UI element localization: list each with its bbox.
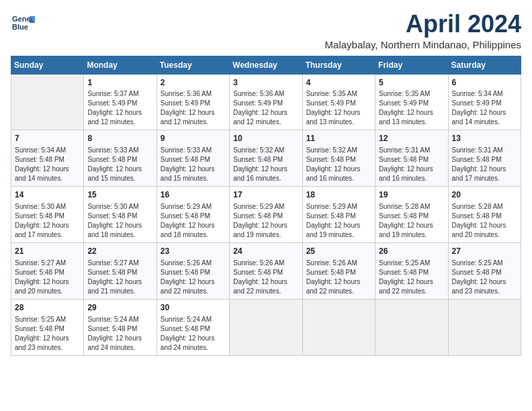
calendar-cell: [375, 299, 448, 355]
calendar-cell: 10Sunrise: 5:32 AMSunset: 5:48 PMDayligh…: [230, 130, 302, 187]
calendar-cell: 19Sunrise: 5:28 AMSunset: 5:48 PMDayligh…: [375, 187, 448, 243]
day-info: Sunrise: 5:36 AMSunset: 5:49 PMDaylight:…: [233, 89, 298, 127]
calendar-cell: 9Sunrise: 5:33 AMSunset: 5:48 PMDaylight…: [157, 130, 229, 187]
day-number: 14: [15, 189, 80, 201]
calendar-week-row: 28Sunrise: 5:25 AMSunset: 5:48 PMDayligh…: [11, 299, 521, 355]
day-info: Sunrise: 5:36 AMSunset: 5:49 PMDaylight:…: [161, 89, 226, 127]
day-info: Sunrise: 5:24 AMSunset: 5:48 PMDaylight:…: [87, 315, 152, 353]
day-number: 24: [233, 246, 298, 257]
day-number: 27: [452, 246, 517, 257]
day-number: 3: [233, 77, 298, 89]
logo: General Blue: [11, 11, 35, 35]
calendar-cell: 3Sunrise: 5:36 AMSunset: 5:49 PMDaylight…: [230, 74, 302, 130]
calendar-cell: 13Sunrise: 5:31 AMSunset: 5:48 PMDayligh…: [448, 130, 521, 187]
calendar-cell: 16Sunrise: 5:29 AMSunset: 5:48 PMDayligh…: [157, 187, 229, 243]
calendar-cell: 4Sunrise: 5:35 AMSunset: 5:49 PMDaylight…: [302, 74, 375, 130]
day-info: Sunrise: 5:25 AMSunset: 5:48 PMDaylight:…: [379, 259, 444, 296]
calendar-week-row: 14Sunrise: 5:30 AMSunset: 5:48 PMDayligh…: [11, 187, 521, 243]
day-number: 10: [233, 133, 298, 144]
calendar-cell: 7Sunrise: 5:34 AMSunset: 5:48 PMDaylight…: [11, 130, 84, 187]
day-number: 5: [379, 77, 444, 89]
calendar-cell: 17Sunrise: 5:29 AMSunset: 5:48 PMDayligh…: [230, 187, 302, 243]
day-number: 29: [87, 302, 152, 314]
weekday-header: Tuesday: [157, 56, 229, 74]
calendar-cell: 22Sunrise: 5:27 AMSunset: 5:48 PMDayligh…: [84, 242, 157, 299]
calendar-cell: 6Sunrise: 5:34 AMSunset: 5:49 PMDaylight…: [448, 74, 521, 130]
day-number: 9: [161, 133, 226, 144]
day-info: Sunrise: 5:34 AMSunset: 5:48 PMDaylight:…: [15, 146, 80, 183]
calendar-cell: 29Sunrise: 5:24 AMSunset: 5:48 PMDayligh…: [84, 299, 157, 355]
weekday-header: Friday: [375, 56, 448, 74]
day-number: 6: [452, 77, 517, 89]
logo-icon: General Blue: [11, 11, 35, 35]
calendar-cell: [11, 74, 84, 130]
day-info: Sunrise: 5:34 AMSunset: 5:49 PMDaylight:…: [452, 89, 517, 127]
day-info: Sunrise: 5:28 AMSunset: 5:48 PMDaylight:…: [452, 202, 517, 240]
day-info: Sunrise: 5:29 AMSunset: 5:48 PMDaylight:…: [306, 202, 371, 240]
day-number: 17: [233, 189, 298, 201]
day-number: 15: [87, 189, 152, 201]
weekday-header-row: SundayMondayTuesdayWednesdayThursdayFrid…: [11, 56, 521, 74]
calendar-cell: 30Sunrise: 5:24 AMSunset: 5:48 PMDayligh…: [157, 299, 229, 355]
day-info: Sunrise: 5:33 AMSunset: 5:48 PMDaylight:…: [87, 146, 152, 183]
calendar-cell: [230, 299, 302, 355]
day-number: 30: [161, 302, 226, 314]
day-info: Sunrise: 5:31 AMSunset: 5:48 PMDaylight:…: [379, 146, 444, 183]
day-number: 21: [15, 246, 80, 257]
day-info: Sunrise: 5:26 AMSunset: 5:48 PMDaylight:…: [233, 259, 298, 296]
weekday-header: Wednesday: [230, 56, 302, 74]
day-info: Sunrise: 5:24 AMSunset: 5:48 PMDaylight:…: [161, 315, 226, 353]
calendar-cell: [448, 299, 521, 355]
day-info: Sunrise: 5:28 AMSunset: 5:48 PMDaylight:…: [379, 202, 444, 240]
day-number: 1: [87, 77, 152, 89]
day-info: Sunrise: 5:32 AMSunset: 5:48 PMDaylight:…: [233, 146, 298, 183]
day-number: 7: [15, 133, 80, 144]
day-number: 13: [452, 133, 517, 144]
calendar-cell: [302, 299, 375, 355]
day-info: Sunrise: 5:31 AMSunset: 5:48 PMDaylight:…: [452, 146, 517, 183]
day-number: 25: [306, 246, 371, 257]
calendar-cell: 26Sunrise: 5:25 AMSunset: 5:48 PMDayligh…: [375, 242, 448, 299]
day-info: Sunrise: 5:33 AMSunset: 5:48 PMDaylight:…: [161, 146, 226, 183]
day-number: 22: [87, 246, 152, 257]
day-info: Sunrise: 5:35 AMSunset: 5:49 PMDaylight:…: [306, 89, 371, 127]
calendar-cell: 18Sunrise: 5:29 AMSunset: 5:48 PMDayligh…: [302, 187, 375, 243]
day-info: Sunrise: 5:29 AMSunset: 5:48 PMDaylight:…: [233, 202, 298, 240]
weekday-header: Saturday: [448, 56, 521, 74]
day-info: Sunrise: 5:29 AMSunset: 5:48 PMDaylight:…: [161, 202, 226, 240]
calendar-cell: 12Sunrise: 5:31 AMSunset: 5:48 PMDayligh…: [375, 130, 448, 187]
day-number: 4: [306, 77, 371, 89]
day-number: 16: [161, 189, 226, 201]
day-info: Sunrise: 5:27 AMSunset: 5:48 PMDaylight:…: [15, 259, 80, 296]
calendar-cell: 23Sunrise: 5:26 AMSunset: 5:48 PMDayligh…: [157, 242, 229, 299]
day-info: Sunrise: 5:27 AMSunset: 5:48 PMDaylight:…: [87, 259, 152, 296]
location-title: Malaybalay, Northern Mindanao, Philippin…: [325, 39, 521, 50]
calendar-week-row: 7Sunrise: 5:34 AMSunset: 5:48 PMDaylight…: [11, 130, 521, 187]
calendar-cell: 28Sunrise: 5:25 AMSunset: 5:48 PMDayligh…: [11, 299, 84, 355]
weekday-header: Monday: [84, 56, 157, 74]
calendar-cell: 25Sunrise: 5:26 AMSunset: 5:48 PMDayligh…: [302, 242, 375, 299]
day-number: 12: [379, 133, 444, 144]
calendar-cell: 15Sunrise: 5:30 AMSunset: 5:48 PMDayligh…: [84, 187, 157, 243]
day-info: Sunrise: 5:30 AMSunset: 5:48 PMDaylight:…: [87, 202, 152, 240]
day-number: 28: [15, 302, 80, 314]
day-info: Sunrise: 5:37 AMSunset: 5:49 PMDaylight:…: [87, 89, 152, 127]
day-number: 20: [452, 189, 517, 201]
month-title: April 2024: [325, 11, 521, 38]
day-number: 8: [87, 133, 152, 144]
calendar-cell: 14Sunrise: 5:30 AMSunset: 5:48 PMDayligh…: [11, 187, 84, 243]
calendar-cell: 1Sunrise: 5:37 AMSunset: 5:49 PMDaylight…: [84, 74, 157, 130]
calendar-cell: 24Sunrise: 5:26 AMSunset: 5:48 PMDayligh…: [230, 242, 302, 299]
calendar-cell: 8Sunrise: 5:33 AMSunset: 5:48 PMDaylight…: [84, 130, 157, 187]
day-number: 19: [379, 189, 444, 201]
day-info: Sunrise: 5:26 AMSunset: 5:48 PMDaylight:…: [161, 259, 226, 296]
day-info: Sunrise: 5:26 AMSunset: 5:48 PMDaylight:…: [306, 259, 371, 296]
day-number: 11: [306, 133, 371, 144]
day-info: Sunrise: 5:25 AMSunset: 5:48 PMDaylight:…: [452, 259, 517, 296]
weekday-header: Thursday: [302, 56, 375, 74]
day-info: Sunrise: 5:35 AMSunset: 5:49 PMDaylight:…: [379, 89, 444, 127]
day-number: 23: [161, 246, 226, 257]
calendar-week-row: 1Sunrise: 5:37 AMSunset: 5:49 PMDaylight…: [11, 74, 521, 130]
day-info: Sunrise: 5:30 AMSunset: 5:48 PMDaylight:…: [15, 202, 80, 240]
calendar-cell: 11Sunrise: 5:32 AMSunset: 5:48 PMDayligh…: [302, 130, 375, 187]
